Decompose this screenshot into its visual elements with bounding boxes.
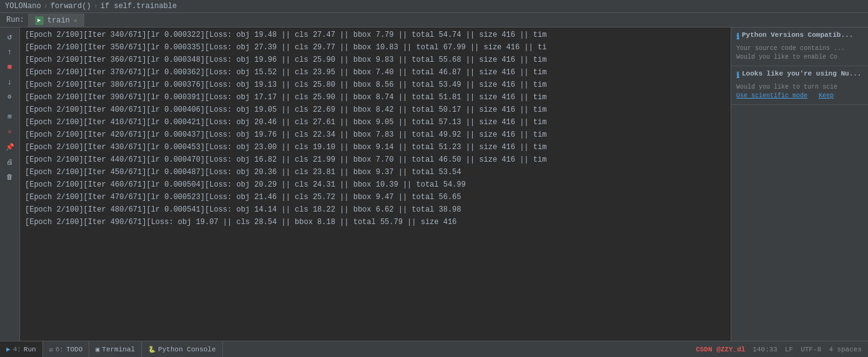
position-info: 140:33 — [752, 346, 777, 353]
tab-close-icon[interactable]: ✕ — [74, 17, 77, 24]
status-tab-run[interactable]: ▶ 4: Run — [0, 341, 43, 358]
pin-button[interactable]: 📌 — [2, 140, 18, 154]
run-tab-label: Run — [24, 346, 36, 353]
delete-button[interactable]: 🗑 — [2, 170, 18, 183]
notification-scientific: ℹ Looks like you're using Nu... Would yo… — [731, 66, 868, 105]
status-tab-python-console[interactable]: 🐍 Python Console — [142, 341, 222, 358]
console-line-15: [Epoch 2/100][Iter 490/671][Loss: obj 19… — [20, 216, 731, 228]
spaces-info: 4 spaces — [829, 346, 862, 353]
terminal-tab-icon: ▣ — [96, 346, 99, 353]
print-button[interactable]: 🖨 — [2, 155, 18, 169]
notifications-panel: ℹ Python Versions Compatib... Your sourc… — [731, 27, 868, 341]
console-output: [Epoch 2/100][Iter 340/671][lr 0.000322]… — [20, 27, 731, 341]
sidebar: ↺ ↑ ■ ↓ ⚙ ≡ ✕ 📌 🖨 🗑 — [0, 27, 20, 341]
console-line-4: [Epoch 2/100][Iter 380/671][lr 0.000376]… — [20, 79, 731, 91]
notification-title-1: Python Versions Compatib... — [742, 31, 853, 39]
run-icon: ▶ — [35, 16, 44, 25]
encoding-info: UTF-8 — [801, 346, 821, 353]
console-line-9: [Epoch 2/100][Iter 430/671][lr 0.000453]… — [20, 141, 731, 154]
tab-bar: Run: ▶ train ✕ — [0, 13, 868, 27]
watermark: CSDN @ZZY_dl — [696, 346, 745, 353]
scientific-mode-link[interactable]: Use scientific mode — [736, 92, 807, 99]
status-tab-terminal[interactable]: ▣ Terminal — [89, 341, 142, 358]
status-bar: ▶ 4: Run ☑ 6: TODO ▣ Terminal 🐍 Python C… — [0, 341, 868, 357]
scroll-up-button[interactable]: ↑ — [2, 45, 18, 59]
stop-button[interactable]: ■ — [2, 60, 18, 74]
python-console-label: Python Console — [158, 346, 215, 353]
error-button[interactable]: ✕ — [2, 125, 18, 139]
notification-title-2: Looks like you're using Nu... — [742, 70, 861, 77]
status-tab-todo[interactable]: ☑ 6: TODO — [43, 341, 90, 358]
console-line-10: [Epoch 2/100][Iter 440/671][lr 0.000470]… — [20, 154, 731, 166]
console-line-14: [Epoch 2/100][Iter 480/671][lr 0.000541]… — [20, 203, 731, 216]
run-tab-num: 4: — [13, 346, 21, 353]
console-line-8: [Epoch 2/100][Iter 420/671][lr 0.000437]… — [20, 129, 731, 141]
info-icon-2: ℹ — [736, 71, 739, 81]
python-console-icon: 🐍 — [148, 346, 155, 353]
notification-body-2: Would you like to turn scie Use scientif… — [736, 83, 863, 100]
console-line-11: [Epoch 2/100][Iter 450/671][lr 0.000487]… — [20, 166, 731, 178]
status-tabs: ▶ 4: Run ☑ 6: TODO ▣ Terminal 🐍 Python C… — [0, 341, 689, 358]
breadcrumb-sep-1: › — [44, 2, 48, 11]
breadcrumb-part-2[interactable]: forward() — [51, 2, 91, 11]
info-icon-1: ℹ — [736, 32, 739, 42]
notification-body-1: Your source code contains ... Would you … — [736, 44, 863, 62]
tab-train[interactable]: ▶ train ✕ — [28, 14, 84, 27]
todo-tab-icon: ☑ — [49, 346, 53, 353]
breadcrumb: YOLONano › forward() › if self.trainable — [0, 0, 868, 13]
notification-python-versions: ℹ Python Versions Compatib... Your sourc… — [731, 27, 868, 66]
todo-tab-num: 6: — [56, 346, 64, 353]
console-line-12: [Epoch 2/100][Iter 460/671][lr 0.000504]… — [20, 178, 731, 191]
run-label: Run: — [2, 13, 28, 27]
breadcrumb-part-3[interactable]: if self.trainable — [101, 2, 177, 11]
status-right: CSDN @ZZY_dl 140:33 LF UTF-8 4 spaces — [689, 346, 868, 353]
console-line-1: [Epoch 2/100][Iter 350/671][lr 0.000335]… — [20, 41, 731, 54]
scroll-down-button[interactable]: ↓ — [2, 75, 18, 89]
tab-train-label: train — [47, 16, 70, 25]
terminal-tab-label: Terminal — [102, 346, 135, 353]
console-line-13: [Epoch 2/100][Iter 470/671][lr 0.000523]… — [20, 191, 731, 203]
console-line-5: [Epoch 2/100][Iter 390/671][lr 0.000391]… — [20, 91, 731, 104]
todo-tab-label: TODO — [66, 346, 82, 353]
console-line-7: [Epoch 2/100][Iter 410/671][lr 0.000421]… — [20, 116, 731, 129]
settings-button[interactable]: ⚙ — [2, 90, 18, 104]
keep-link[interactable]: Keep — [819, 92, 834, 99]
console-line-6: [Epoch 2/100][Iter 400/671][lr 0.000406]… — [20, 104, 731, 116]
lf-info: LF — [785, 346, 793, 353]
console-line-2: [Epoch 2/100][Iter 360/671][lr 0.000348]… — [20, 54, 731, 66]
breadcrumb-part-1[interactable]: YOLONano — [5, 2, 41, 11]
breadcrumb-sep-2: › — [94, 2, 98, 11]
main-area: ↺ ↑ ■ ↓ ⚙ ≡ ✕ 📌 🖨 🗑 [Epoch 2/100][Iter 3… — [0, 27, 868, 341]
rerun-button[interactable]: ↺ — [2, 30, 18, 44]
format-button[interactable]: ≡ — [2, 110, 18, 124]
console-line-0: [Epoch 2/100][Iter 340/671][lr 0.000322]… — [20, 29, 731, 41]
run-tab-icon: ▶ — [6, 345, 11, 353]
console-line-3: [Epoch 2/100][Iter 370/671][lr 0.000362]… — [20, 66, 731, 79]
